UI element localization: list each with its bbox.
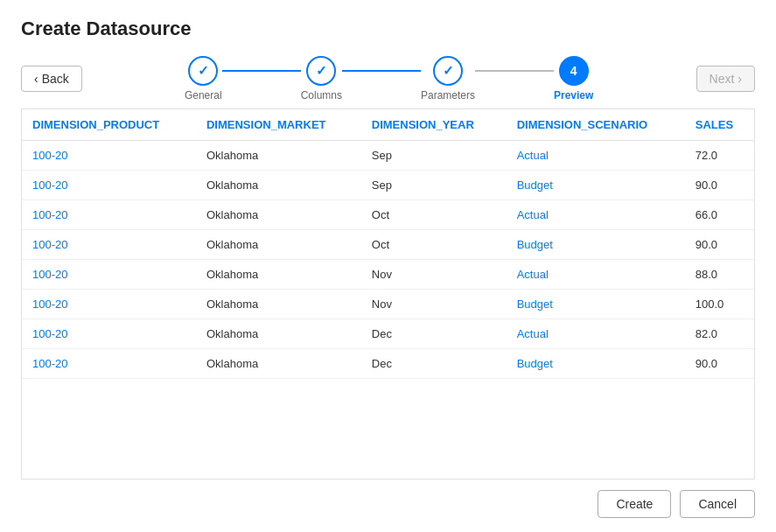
wizard-bar: ‹ Back ✓ General ✓ Columns: [21, 56, 755, 102]
check-icon-columns: ✓: [316, 63, 327, 79]
cell-scenario: Actual: [507, 200, 685, 230]
table-scroll-area[interactable]: DIMENSION_PRODUCT DIMENSION_MARKET DIMEN…: [22, 109, 754, 479]
cell-sales: 66.0: [685, 200, 754, 230]
cell-sales: 88.0: [685, 260, 754, 290]
cell-scenario: Actual: [507, 260, 685, 290]
cell-product: 100-20: [22, 141, 196, 171]
cell-sales: 72.0: [685, 141, 754, 171]
cell-scenario: Budget: [507, 230, 685, 260]
col-header-product: DIMENSION_PRODUCT: [22, 109, 196, 141]
step-circle-columns: ✓: [306, 56, 336, 86]
cell-sales: 82.0: [685, 319, 754, 349]
step-parameters: ✓ Parameters: [421, 56, 475, 102]
cell-market: Oklahoma: [196, 260, 361, 290]
cell-year: Nov: [361, 260, 507, 290]
chevron-right-icon: ›: [738, 72, 742, 86]
bottom-bar: Create Cancel: [21, 480, 755, 518]
cell-sales: 90.0: [685, 349, 754, 379]
table-row: 100-20OklahomaOctBudget90.0: [22, 230, 754, 260]
data-table-wrapper: DIMENSION_PRODUCT DIMENSION_MARKET DIMEN…: [21, 108, 755, 480]
cell-product: 100-20: [22, 171, 196, 200]
cell-product: 100-20: [22, 319, 196, 349]
cell-product: 100-20: [22, 260, 196, 290]
table-row: 100-20OklahomaSepActual72.0: [22, 141, 754, 171]
next-button[interactable]: Next ›: [696, 66, 755, 92]
cell-market: Oklahoma: [196, 319, 361, 349]
col-header-scenario: DIMENSION_SCENARIO: [507, 109, 685, 141]
cell-year: Sep: [361, 141, 507, 171]
cancel-button[interactable]: Cancel: [680, 490, 755, 518]
cell-market: Oklahoma: [196, 171, 361, 200]
step-label-parameters: Parameters: [421, 89, 475, 102]
cell-year: Nov: [361, 290, 507, 319]
cell-market: Oklahoma: [196, 349, 361, 379]
create-button[interactable]: Create: [598, 490, 671, 518]
table-row: 100-20OklahomaNovBudget100.0: [22, 290, 754, 319]
cell-market: Oklahoma: [196, 230, 361, 260]
page-container: Create Datasource ‹ Back ✓ General ✓ Col: [0, 0, 776, 532]
cell-scenario: Budget: [507, 290, 685, 319]
cell-year: Dec: [361, 349, 507, 379]
table-row: 100-20OklahomaOctActual66.0: [22, 200, 754, 230]
back-button[interactable]: ‹ Back: [21, 66, 82, 92]
step-general: ✓ General: [185, 56, 222, 102]
col-header-sales: SALES: [685, 109, 754, 141]
cell-scenario: Actual: [507, 141, 685, 171]
page-title: Create Datasource: [21, 18, 755, 40]
cell-sales: 100.0: [685, 290, 754, 319]
step-columns: ✓ Columns: [301, 56, 342, 102]
col-header-market: DIMENSION_MARKET: [196, 109, 361, 141]
steps-container: ✓ General ✓ Columns ✓ Parameters: [82, 56, 696, 102]
cell-scenario: Budget: [507, 171, 685, 200]
step-circle-parameters: ✓: [433, 56, 463, 86]
chevron-left-icon: ‹: [34, 72, 38, 86]
cell-year: Oct: [361, 200, 507, 230]
step-label-general: General: [185, 89, 222, 102]
table-row: 100-20OklahomaSepBudget90.0: [22, 171, 754, 200]
step-label-preview: Preview: [554, 89, 593, 102]
step-preview: 4 Preview: [554, 56, 593, 102]
step-circle-preview: 4: [559, 56, 589, 86]
check-icon-general: ✓: [198, 63, 209, 79]
table-header-row: DIMENSION_PRODUCT DIMENSION_MARKET DIMEN…: [22, 109, 754, 141]
check-icon-parameters: ✓: [443, 63, 454, 79]
cell-market: Oklahoma: [196, 141, 361, 171]
cell-year: Dec: [361, 319, 507, 349]
step-label-columns: Columns: [301, 89, 342, 102]
step-line-1: [222, 70, 301, 72]
step-circle-general: ✓: [188, 56, 218, 86]
cell-year: Sep: [361, 171, 507, 200]
table-row: 100-20OklahomaNovActual88.0: [22, 260, 754, 290]
cell-product: 100-20: [22, 230, 196, 260]
data-table: DIMENSION_PRODUCT DIMENSION_MARKET DIMEN…: [22, 109, 754, 379]
table-row: 100-20OklahomaDecBudget90.0: [22, 349, 754, 379]
cell-sales: 90.0: [685, 230, 754, 260]
step-line-3: [475, 70, 554, 72]
cell-product: 100-20: [22, 290, 196, 319]
step-line-2: [342, 70, 421, 72]
cell-scenario: Budget: [507, 349, 685, 379]
cell-product: 100-20: [22, 349, 196, 379]
cell-year: Oct: [361, 230, 507, 260]
cell-product: 100-20: [22, 200, 196, 230]
cell-market: Oklahoma: [196, 200, 361, 230]
cell-market: Oklahoma: [196, 290, 361, 319]
table-row: 100-20OklahomaDecActual82.0: [22, 319, 754, 349]
cell-scenario: Actual: [507, 319, 685, 349]
cell-sales: 90.0: [685, 171, 754, 200]
col-header-year: DIMENSION_YEAR: [361, 109, 507, 141]
